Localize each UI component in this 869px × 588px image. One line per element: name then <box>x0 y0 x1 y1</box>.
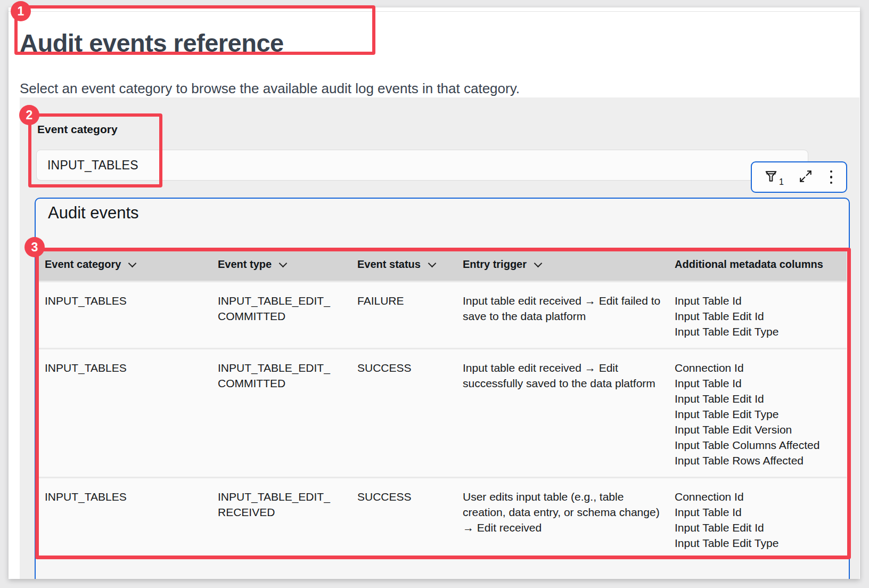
table-header-row: Event category Event type Event status E… <box>38 248 847 282</box>
metadata-column-item: Input Table Edit Id <box>675 308 842 324</box>
expand-button[interactable] <box>799 169 813 185</box>
filter-icon <box>764 169 778 186</box>
audit-events-title: Audit events <box>48 203 139 223</box>
cell-entry-trigger: Input table edit received → Edit failed … <box>456 282 668 349</box>
table-row[interactable]: INPUT_​TABLES INPUT_​TABLE_​EDIT_​COMMIT… <box>38 282 847 349</box>
page-subtitle: Select an event category to browse the a… <box>20 80 520 97</box>
top-divider <box>9 11 860 12</box>
cell-additional-metadata: Input Table IdInput Table Edit IdInput T… <box>668 282 847 349</box>
column-header-event-status[interactable]: Event status <box>351 248 456 282</box>
metadata-column-item: Input Table Columns Affected <box>675 437 842 453</box>
metadata-column-item: Input Table Id <box>675 375 842 391</box>
metadata-column-item: Input Table Edit Type <box>675 406 842 422</box>
metadata-column-item: Connection Id <box>675 489 842 504</box>
cell-additional-metadata: Connection IdInput Table IdInput Table E… <box>668 349 847 478</box>
cell-event-type: INPUT_​TABLE_​EDIT_​RECEIVED <box>211 478 351 560</box>
metadata-column-item: Input Table Edit Id <box>675 391 842 406</box>
column-header-additional-metadata[interactable]: Additional metadata columns <box>668 248 847 282</box>
cell-entry-trigger: Input table edit received → Edit success… <box>456 349 668 478</box>
audit-events-table: Event category Event type Event status E… <box>38 248 847 559</box>
metadata-column-item: Input Table Edit Type <box>675 535 842 551</box>
page-title: Audit events reference <box>20 28 284 58</box>
table-row[interactable]: INPUT_​TABLES INPUT_​TABLE_​EDIT_​RECEIV… <box>38 478 847 560</box>
column-header-entry-trigger[interactable]: Entry trigger <box>456 248 668 282</box>
cell-event-status: SUCCESS <box>351 478 456 560</box>
cell-event-status: SUCCESS <box>351 349 456 478</box>
metadata-column-item: Input Table Id <box>675 504 842 520</box>
cell-event-type: INPUT_​TABLE_​EDIT_​COMMITTED <box>211 282 351 349</box>
cell-event-category: INPUT_​TABLES <box>38 349 211 478</box>
screenshot-root: { "page": { "title": "Audit events refer… <box>0 0 869 588</box>
event-category-label: Event category <box>37 123 118 136</box>
cell-additional-metadata: Connection IdInput Table IdInput Table E… <box>668 478 847 560</box>
kebab-menu-button[interactable] <box>828 169 835 185</box>
chevron-down-icon <box>534 259 543 267</box>
table-toolbar: 1 <box>751 161 847 193</box>
column-header-event-category[interactable]: Event category <box>38 248 211 282</box>
filter-button[interactable]: 1 <box>764 169 784 186</box>
cell-event-type: INPUT_​TABLE_​EDIT_​COMMITTED <box>211 349 351 478</box>
chevron-down-icon <box>428 259 437 267</box>
metadata-column-item: Input Table Edit Id <box>675 520 842 535</box>
metadata-column-item: Input Table Edit Version <box>675 422 842 437</box>
filter-count-badge: 1 <box>779 177 784 187</box>
event-category-field[interactable]: INPUT_TABLES <box>36 150 808 181</box>
page-content: Audit events reference Select an event c… <box>9 7 860 579</box>
chevron-down-icon <box>279 259 288 267</box>
cell-event-category: INPUT_​TABLES <box>38 282 211 349</box>
table-row[interactable]: INPUT_​TABLES INPUT_​TABLE_​EDIT_​COMMIT… <box>38 349 847 478</box>
kebab-icon <box>830 170 833 173</box>
cell-event-status: FAILURE <box>351 282 456 349</box>
cell-event-category: INPUT_​TABLES <box>38 478 211 560</box>
metadata-column-item: Connection Id <box>675 360 842 375</box>
page: Audit events reference Select an event c… <box>9 7 860 579</box>
event-category-value: INPUT_TABLES <box>47 158 138 173</box>
metadata-column-item: Input Table Id <box>675 293 842 308</box>
metadata-column-item: Input Table Edit Type <box>675 324 842 339</box>
column-header-event-type[interactable]: Event type <box>211 248 351 282</box>
chevron-down-icon <box>128 259 137 267</box>
metadata-column-item: Input Table Rows Affected <box>675 453 842 468</box>
expand-icon <box>799 169 813 185</box>
cell-entry-trigger: User edits input table (e.g., table crea… <box>456 478 668 560</box>
